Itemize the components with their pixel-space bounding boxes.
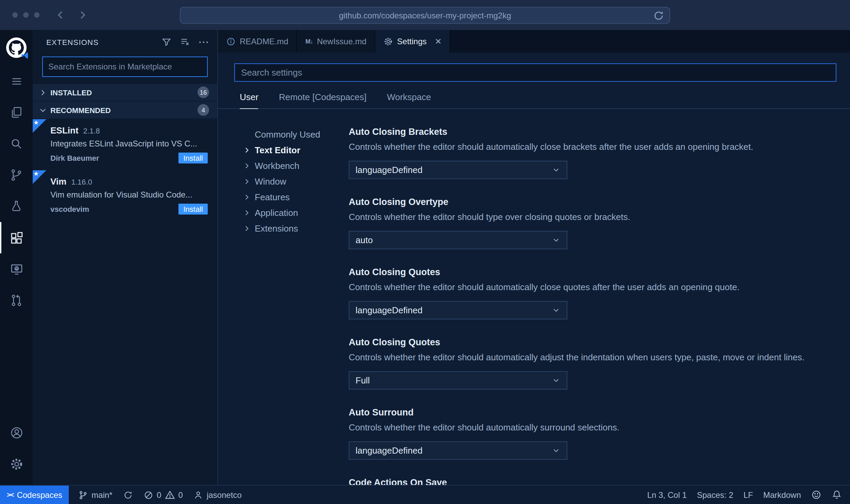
dropdown-selected-value: auto — [356, 235, 373, 245]
toc-item-features[interactable]: Features — [242, 189, 349, 205]
clear-extensions-icon[interactable] — [180, 37, 190, 47]
run-debug-icon[interactable] — [0, 191, 33, 222]
extension-description: Integrates ESLint JavaScript into VS C..… — [50, 139, 206, 148]
window-maximize-dot[interactable] — [34, 12, 40, 18]
language-mode-indicator[interactable]: Markdown — [763, 490, 801, 500]
tab-newissue[interactable]: M↓ NewIssue.md — [297, 30, 375, 52]
setting-auto-closing-overtype: Auto Closing Overtype Controls whether t… — [349, 197, 831, 249]
account-icon[interactable] — [0, 417, 33, 448]
setting-value-dropdown[interactable]: auto — [349, 231, 567, 249]
settings-search-input[interactable] — [235, 67, 836, 78]
tab-label: README.md — [240, 36, 288, 46]
dropdown-selected-value: languageDefined — [356, 305, 423, 315]
installed-count-badge: 16 — [198, 86, 209, 98]
sync-button[interactable] — [118, 486, 138, 504]
section-label: RECOMMENDED — [50, 106, 198, 114]
chevron-down-icon — [552, 376, 561, 385]
setting-description: Controls whether the editor should autom… — [349, 282, 831, 292]
indentation-indicator[interactable]: Spaces: 2 — [697, 490, 734, 500]
toc-item-window[interactable]: Window — [242, 174, 349, 189]
sync-icon — [123, 490, 133, 500]
install-button[interactable]: Install — [179, 153, 208, 163]
toc-label: Extensions — [255, 223, 298, 234]
branch-button[interactable]: main* — [73, 486, 118, 504]
setting-title: Auto Closing Quotes — [349, 337, 831, 347]
workbench: EXTENSIONS ⋯ INSTALLED 16 — [0, 30, 850, 485]
extensions-sidebar: EXTENSIONS ⋯ INSTALLED 16 — [33, 30, 218, 485]
remote-explorer-icon[interactable] — [0, 253, 33, 285]
git-branch-icon — [79, 490, 88, 500]
setting-value-dropdown[interactable]: Full — [349, 371, 567, 390]
extension-publisher: Dirk Baeumer — [50, 154, 179, 162]
toc-label: Workbench — [255, 161, 299, 171]
install-button[interactable]: Install — [179, 204, 208, 215]
gear-icon — [383, 36, 393, 46]
filter-icon[interactable] — [161, 37, 172, 47]
sidebar-title: EXTENSIONS — [46, 38, 153, 46]
extension-name: Vim — [50, 176, 66, 187]
github-octocat-icon — [6, 37, 27, 58]
toc-label: Commonly Used — [255, 129, 320, 140]
settings-gear-icon[interactable] — [0, 448, 33, 479]
recommended-count-badge: 4 — [198, 104, 209, 116]
browser-url-bar[interactable]: github.com/codespaces/user-my-project-mg… — [180, 7, 670, 24]
tab-readme[interactable]: README.md — [218, 30, 297, 52]
problems-button[interactable]: 0 0 — [138, 486, 188, 504]
toc-item-extensions[interactable]: Extensions — [242, 221, 349, 236]
setting-description: Controls whether the editor should autom… — [349, 422, 831, 432]
extensions-search-input[interactable] — [43, 62, 207, 72]
scope-tab-user[interactable]: User — [240, 92, 258, 109]
notifications-bell-icon[interactable] — [832, 490, 842, 500]
explorer-icon[interactable] — [0, 97, 33, 128]
github-pull-request-icon[interactable] — [0, 285, 33, 316]
setting-value-dropdown[interactable]: languageDefined — [349, 441, 567, 460]
account-username: jasonetco — [207, 490, 242, 500]
search-icon[interactable] — [0, 128, 33, 159]
window-minimize-dot[interactable] — [23, 12, 29, 18]
account-status-button[interactable]: jasonetco — [188, 486, 247, 504]
setting-value-dropdown[interactable]: languageDefined — [349, 161, 567, 179]
feedback-smiley-icon[interactable] — [811, 490, 821, 500]
settings-editor: User Remote [Codespaces] Workspace Commo… — [218, 52, 850, 485]
codespaces-remote-button[interactable]: >< Codespaces — [0, 486, 69, 504]
toc-item-text-editor[interactable]: Text Editor — [242, 142, 349, 158]
eol-indicator[interactable]: LF — [743, 490, 753, 500]
line-col-indicator[interactable]: Ln 3, Col 1 — [647, 490, 687, 500]
setting-title: Auto Surround — [349, 407, 831, 418]
section-recommended[interactable]: RECOMMENDED 4 — [33, 101, 217, 119]
extension-list-item-eslint[interactable]: ★ ESLint 2.1.8 Integrates ESLint JavaScr… — [33, 119, 217, 170]
more-actions-icon[interactable]: ⋯ — [198, 38, 209, 45]
scope-tab-remote[interactable]: Remote [Codespaces] — [279, 92, 366, 109]
tab-settings[interactable]: Settings ✕ — [375, 30, 451, 52]
close-tab-icon[interactable]: ✕ — [435, 36, 442, 46]
dropdown-selected-value: languageDefined — [356, 165, 423, 175]
chevron-down-icon — [38, 105, 49, 115]
chevron-down-icon — [552, 166, 561, 174]
setting-title: Auto Closing Brackets — [349, 127, 831, 137]
errors-icon — [144, 490, 153, 500]
setting-value-dropdown[interactable]: languageDefined — [349, 301, 567, 319]
window-close-dot[interactable] — [12, 12, 18, 18]
browser-back-button[interactable] — [54, 9, 67, 21]
browser-forward-button[interactable] — [76, 9, 89, 21]
setting-description: Controls whether the editor should type … — [349, 212, 831, 222]
browser-chrome: github.com/codespaces/user-my-project-mg… — [0, 0, 850, 30]
extension-description: Vim emulation for Visual Studio Code... — [50, 190, 206, 200]
extensions-icon[interactable] — [0, 222, 33, 253]
markdown-icon: M↓ — [305, 38, 313, 45]
vscode-mark-icon — [21, 52, 29, 59]
settings-list: Auto Closing Brackets Controls whether t… — [349, 127, 850, 485]
extension-list-item-vim[interactable]: ★ Vim 1.16.0 Vim emulation for Visual St… — [33, 170, 217, 221]
settings-search-box — [234, 63, 836, 82]
source-control-icon[interactable] — [0, 159, 33, 191]
refresh-icon[interactable] — [653, 10, 664, 21]
warnings-count: 0 — [178, 490, 183, 500]
toc-item-application[interactable]: Application — [242, 205, 349, 221]
toc-item-workbench[interactable]: Workbench — [242, 158, 349, 174]
toc-item-commonly-used[interactable]: Commonly Used — [242, 127, 349, 142]
scope-tab-workspace[interactable]: Workspace — [387, 92, 431, 109]
menu-hamburger-icon[interactable] — [0, 65, 33, 97]
chevron-down-icon — [552, 446, 561, 455]
sidebar-header: EXTENSIONS ⋯ — [33, 30, 217, 54]
section-installed[interactable]: INSTALLED 16 — [33, 84, 217, 101]
